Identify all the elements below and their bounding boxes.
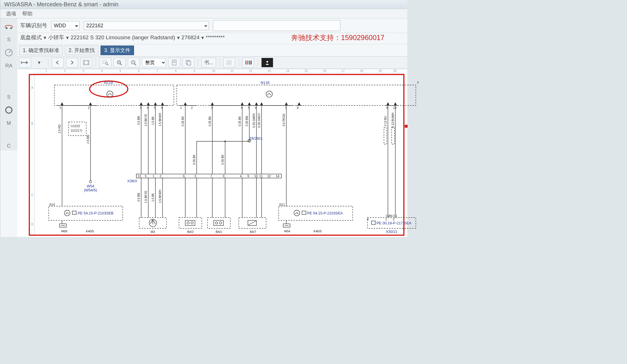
svg-point-0	[6, 27, 7, 29]
menu-help[interactable]: 帮助	[22, 11, 32, 16]
page-next-icon[interactable]	[66, 58, 78, 67]
svg-text:2.5 RD: 2.5 RD	[58, 125, 61, 133]
vin-row: 车辆识别号 WDD 222162	[17, 18, 407, 33]
svg-text:9: 9	[247, 174, 249, 178]
svg-text:B4/7: B4/7	[250, 230, 256, 233]
svg-point-4	[6, 107, 12, 113]
svg-text:f469: f469	[61, 229, 67, 233]
zoom-fit-select[interactable]: 整页	[142, 58, 166, 67]
svg-rect-20	[187, 61, 191, 65]
svg-text:1: 1	[59, 106, 61, 109]
svg-text:1: 1	[180, 106, 182, 109]
svg-text:K40/5: K40/5	[86, 229, 94, 233]
svg-rect-136	[207, 218, 230, 228]
svg-text:X30/21: X30/21	[386, 229, 397, 234]
toolbar: ▾ 整页 书...	[17, 57, 407, 69]
svg-text:1.5 BKWH: 1.5 BKWH	[159, 190, 162, 203]
vehicle-model-dropdown[interactable]: 222162 S 320 Limousine (langer Radstand)	[71, 34, 175, 41]
tab-search[interactable]: 2. 开始查找	[65, 46, 98, 55]
breadcrumb: 底盘模式▾ 小轿车▾ 222162 S 320 Limousine (lange…	[20, 34, 225, 41]
zoom-in-icon[interactable]	[114, 58, 126, 67]
sidebar: S RA S M C	[0, 18, 17, 150]
person-icon[interactable]	[261, 58, 273, 67]
n118-label-a: N118	[104, 80, 113, 85]
side-item-c[interactable]: C	[4, 141, 14, 150]
full-extent-icon[interactable]	[80, 58, 92, 67]
svg-text:(W54/5): (W54/5)	[84, 188, 97, 192]
side-item-m[interactable]: M	[4, 119, 14, 128]
search-input[interactable]	[213, 20, 340, 31]
svg-text:10: 10	[254, 174, 258, 178]
svg-text:8: 8	[223, 174, 225, 178]
svg-line-10	[120, 64, 122, 65]
vin-label: 车辆识别号	[20, 22, 47, 29]
side-item-s2[interactable]: S	[4, 92, 14, 102]
n1-right: N1	[417, 80, 419, 85]
svg-text:B4/2: B4/2	[187, 230, 194, 233]
breadcrumb-row: 底盘模式▾ 小轿车▾ 222162 S 320 Limousine (lange…	[17, 33, 407, 44]
svg-text:2: 2	[393, 218, 394, 221]
title-bar: WIS/ASRA - Mercedes-Benz & smart - admin	[0, 0, 407, 9]
svg-text:0.35 GNGY: 0.35 GNGY	[258, 113, 261, 128]
svg-point-90	[225, 141, 226, 142]
engine-dropdown[interactable]: 276824	[182, 34, 200, 41]
svg-text:M3: M3	[151, 230, 155, 233]
chassis-mode-dropdown[interactable]: 底盘模式	[20, 34, 42, 41]
svg-text:4: 4	[367, 218, 369, 221]
svg-text:0.13 BU: 0.13 BU	[384, 116, 387, 126]
support-overlay: 奔驰技术支持：15902960017	[291, 33, 385, 42]
dropdown-arrow-icon[interactable]: ▾	[33, 58, 45, 67]
svg-text:S11: S11	[279, 203, 285, 206]
svg-point-1	[10, 27, 12, 29]
window-title: WIS/ASRA - Mercedes-Benz & smart - admin	[4, 1, 118, 7]
bookmarks-button[interactable]: 书...	[202, 58, 216, 67]
svg-rect-5	[83, 60, 89, 65]
copy-icon[interactable]	[182, 58, 194, 67]
zoom-out-icon[interactable]	[128, 58, 140, 67]
svg-text:2: 2	[88, 106, 90, 109]
svg-text:9: 9	[386, 106, 388, 109]
n118-label-b: N118	[260, 80, 269, 85]
svg-text:1.5 BKYE: 1.5 BKYE	[144, 191, 147, 203]
step-tabs: 1. 确定查找标准 2. 开始查找 3. 显示文件	[17, 44, 407, 57]
svg-rect-165	[371, 221, 375, 224]
colorbars-icon[interactable]	[242, 58, 254, 67]
page-icon[interactable]	[168, 58, 180, 67]
svg-text:1.5 BK: 1.5 BK	[151, 193, 155, 202]
wmi-select[interactable]: WDD	[51, 21, 80, 30]
circle-icon[interactable]	[4, 106, 14, 115]
marquee-zoom-icon[interactable]	[99, 58, 111, 67]
svg-text:10: 10	[393, 106, 396, 109]
grid-icon[interactable]	[223, 58, 235, 67]
page-prev-icon[interactable]	[52, 58, 64, 67]
svg-point-134	[191, 222, 193, 224]
plane-icon[interactable]	[19, 58, 31, 67]
svg-text:0.35 BK: 0.35 BK	[238, 116, 241, 126]
svg-text:11: 11	[259, 174, 263, 178]
svg-rect-137	[214, 220, 223, 226]
car-icon[interactable]	[4, 22, 14, 31]
svg-rect-122	[72, 211, 76, 214]
svg-text:13: 13	[137, 174, 141, 178]
svg-text:1.5 BKYE: 1.5 BKYE	[144, 114, 147, 126]
tab-criteria[interactable]: 1. 确定查找标准	[19, 46, 63, 55]
svg-text:3: 3	[194, 174, 196, 178]
svg-text:12: 12	[267, 174, 271, 178]
svg-line-3	[9, 51, 11, 53]
menu-options[interactable]: 选项	[6, 11, 16, 16]
side-item-s[interactable]: S	[4, 35, 14, 44]
svg-text:B4/1: B4/1	[216, 230, 222, 233]
svg-text:0.5 PKGK: 0.5 PKGK	[282, 113, 285, 126]
gauge-icon[interactable]	[4, 48, 14, 57]
side-item-ra[interactable]: RA	[4, 61, 14, 70]
model-select[interactable]: 222162	[84, 21, 209, 30]
car-type-dropdown[interactable]: 小轿车	[48, 34, 64, 41]
pe-link-a: PE 54.15-P-2103SEB	[78, 211, 114, 215]
svg-text:2: 2	[160, 174, 161, 178]
tab-show-file[interactable]: 3. 显示文件	[100, 46, 134, 55]
ruler-horizontal: 1234567891011121314151617181920	[34, 69, 404, 73]
svg-rect-162	[392, 128, 394, 144]
pe-link-c: PE 00.19-P-217 SEA	[377, 221, 411, 225]
svg-point-7	[105, 62, 108, 65]
svg-point-138	[215, 222, 218, 224]
